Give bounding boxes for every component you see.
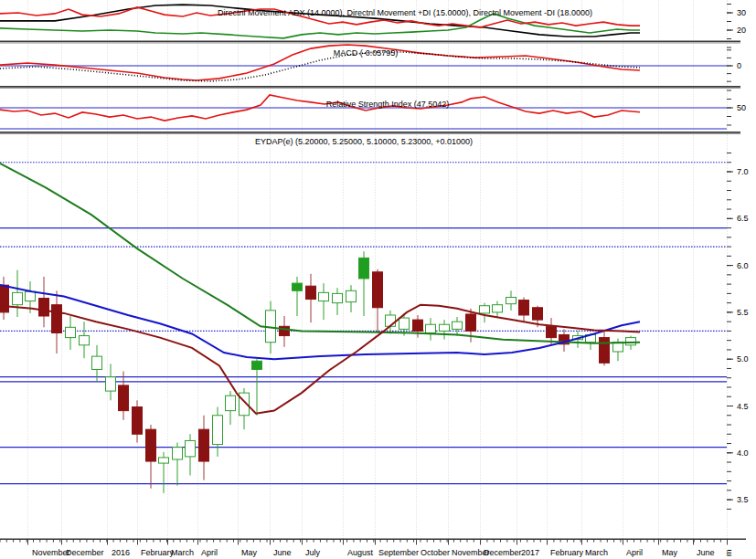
x-axis-month-label: October: [421, 548, 450, 557]
axis-label: 4.5: [737, 402, 749, 411]
axis-label: 6.5: [737, 214, 749, 223]
x-axis-month-label: March: [585, 548, 608, 557]
axis-label: 30: [737, 8, 746, 17]
x-axis-month-label: March: [171, 548, 194, 557]
x-axis-month-label: June: [697, 548, 715, 557]
chart-window: Directnl Movement ADX (14.0000), Directn…: [0, 0, 756, 559]
x-axis: NovemberDecember2016FebruaryMarchAprilMa…: [0, 540, 728, 557]
panel-macd-plot[interactable]: [0, 43, 727, 86]
axis-label: 7.0: [737, 167, 749, 176]
x-axis-month-label: April: [626, 548, 643, 557]
x-axis-month-label: 2016: [112, 548, 130, 557]
panel-dmi-plot[interactable]: [0, 0, 727, 41]
right-axis: 30200507.06.56.05.55.04.54.03.5: [727, 5, 749, 510]
x-axis-month-label: November: [32, 548, 70, 557]
axis-label: 20: [737, 26, 746, 35]
x-axis-month-label: May: [241, 548, 258, 557]
axis-label: 5.0: [737, 354, 749, 364]
axis-label: 3.5: [737, 495, 749, 504]
x-axis-month-label: February: [550, 548, 584, 557]
axis-label: 6.0: [737, 261, 749, 270]
x-axis-month-label: December: [66, 548, 104, 557]
x-axis-month-label: April: [201, 548, 218, 557]
x-axis-month-label: February: [141, 548, 175, 557]
axis-label: 4.0: [737, 448, 749, 458]
x-axis-month-label: 2017: [521, 548, 539, 557]
periodicity-glyph: m: [724, 550, 733, 557]
axis-label: 5.5: [737, 308, 749, 317]
x-axis-month-label: September: [378, 548, 419, 557]
panel-rsi-plot[interactable]: [0, 88, 727, 132]
chart-canvas[interactable]: Directnl Movement ADX (14.0000), Directn…: [0, 0, 756, 559]
axis-label: 0: [737, 61, 741, 70]
panel-price-plot[interactable]: [0, 133, 727, 539]
panel-hit-layer: [0, 0, 727, 539]
axis-label: 50: [737, 103, 746, 112]
x-axis-month-label: July: [305, 548, 321, 557]
x-axis-month-label: December: [484, 548, 522, 557]
x-axis-month-label: May: [662, 548, 678, 557]
x-axis-month-label: August: [347, 548, 374, 557]
x-axis-month-label: June: [273, 548, 292, 557]
